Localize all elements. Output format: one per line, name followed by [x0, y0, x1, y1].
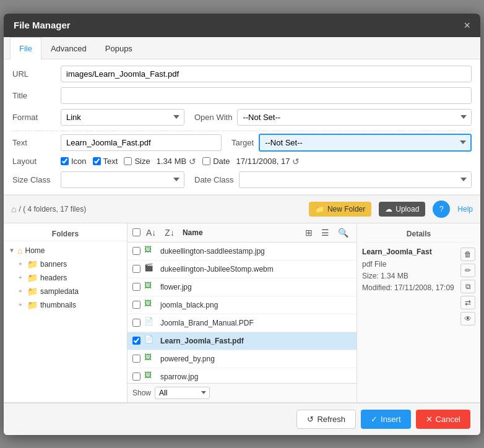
show-label: Show [132, 389, 151, 397]
banners-folder-icon: 📁 [27, 259, 38, 269]
refresh-icon: ↺ [307, 415, 314, 424]
tree-item-home[interactable]: ▼ ⌂ Home [4, 244, 127, 257]
details-info-block: Learn_Joomla_Fast pdf File Size: 1.34 MB… [362, 248, 460, 325]
home-folder-icon: ⌂ [17, 246, 22, 256]
tab-file[interactable]: File [10, 37, 41, 59]
tab-advanced[interactable]: Advanced [41, 37, 96, 59]
list-item[interactable]: 🖼 dukeellington-saddleestamp.jpg [127, 243, 357, 261]
tree-toggle-sampledata: + [19, 288, 25, 295]
tree-item-headers[interactable]: + 📁 headers [14, 271, 127, 285]
grid-view-button[interactable]: ⊞ [302, 226, 316, 239]
name-column-header: Name [180, 228, 300, 237]
tree-label-thumbnails: thumbnails [40, 301, 76, 309]
target-select[interactable]: --Not Set-- _blank _self [259, 134, 472, 152]
upload-button[interactable]: ☁ Upload [379, 202, 425, 217]
list-view-button[interactable]: ☰ [318, 226, 332, 239]
file-type-icon: 📄 [144, 317, 157, 329]
edit-button[interactable]: ✏ [460, 264, 475, 277]
browser-actions: 📁 New Folder ☁ Upload ? Help [309, 200, 473, 218]
folders-header: Folders [4, 227, 127, 241]
checkmark-icon: ✓ [371, 415, 378, 424]
layout-label: Layout [12, 157, 56, 166]
title-input[interactable] [61, 87, 472, 104]
tree-toggle-banners: + [19, 261, 25, 267]
list-item[interactable]: 📄 Joomla_Brand_Manual.PDF [127, 314, 357, 332]
tree-label-headers: headers [40, 274, 67, 282]
details-panel: Details Learn_Joomla_Fast pdf File Size:… [357, 223, 480, 402]
delete-button[interactable]: 🗑 [460, 248, 475, 261]
details-actions: 🗑 ✏ ⧉ ⇄ 👁 [460, 248, 475, 325]
tree-toggle-thumbnails: + [19, 301, 25, 308]
files-toolbar: A↓ Z↓ Name ⊞ ☰ 🔍 [127, 223, 357, 243]
file-type-icon: 🖼 [144, 299, 157, 311]
copy-button[interactable]: ⧉ [460, 280, 475, 293]
layout-icon-checkbox[interactable]: Icon [61, 157, 87, 166]
list-item[interactable]: 🎬 dukeellington-JubileeStomp.webm [127, 261, 357, 278]
select-all-checkbox[interactable] [132, 228, 140, 236]
size-class-label: Size Class [12, 175, 56, 184]
layout-size-checkbox[interactable]: Size [124, 157, 150, 166]
tree-label-banners: banners [40, 260, 67, 269]
text-target-row: Text Target --Not Set-- _blank _self [12, 134, 472, 152]
form-section: URL Title Format Link Image Media Open W… [4, 59, 480, 195]
upload-icon: ☁ [385, 205, 392, 213]
sort-za-button[interactable]: Z↓ [162, 226, 178, 239]
text-label: Text [12, 138, 56, 147]
layout-row: Layout Icon Text Size 1.34 MB ↺ [12, 157, 472, 166]
files-list: 🖼 dukeellington-saddleestamp.jpg 🎬 dukee… [127, 243, 357, 383]
date-value: 17/11/2008, 17 ↺ [236, 157, 300, 166]
tree-item-sampledata[interactable]: + 📁 sampledata [14, 285, 127, 298]
folders-panel: Folders ▼ ⌂ Home + 📁 banners + 📁 headers [4, 223, 127, 402]
move-button[interactable]: ⇄ [460, 296, 475, 309]
url-input[interactable] [61, 66, 472, 82]
list-item[interactable]: 🖼 flower.jpg [127, 278, 357, 296]
title-row: Title [12, 87, 472, 104]
file-type-icon: 🖼 [144, 281, 157, 293]
new-folder-button[interactable]: 📁 New Folder [309, 202, 371, 217]
tree-item-banners[interactable]: + 📁 banners [14, 257, 127, 271]
list-item[interactable]: 🖼 sparrow.jpg [127, 368, 357, 383]
x-icon: ✕ [426, 415, 433, 424]
tree-label-sampledata: sampledata [40, 287, 79, 296]
layout-text-checkbox[interactable]: Text [93, 157, 118, 166]
size-class-row: Size Class Date Class [12, 171, 472, 188]
date-class-label: Date Class [194, 175, 234, 184]
search-button[interactable]: 🔍 [335, 226, 352, 239]
dialog-title: File Manager [14, 20, 71, 30]
layout-date-checkbox[interactable]: Date [202, 157, 230, 166]
help-label[interactable]: Help [457, 205, 473, 213]
files-footer: Show All Images Media Documents [127, 383, 357, 402]
help-button[interactable]: ? [433, 200, 450, 218]
sort-az-button[interactable]: A↓ [143, 226, 159, 239]
refresh-button[interactable]: ↺ Refresh [296, 410, 356, 429]
insert-button[interactable]: ✓ Insert [361, 410, 411, 429]
target-label: Target [231, 138, 254, 147]
dialog-header: File Manager × [4, 14, 480, 37]
tree-toggle-home: ▼ [9, 247, 15, 254]
url-label: URL [12, 69, 56, 79]
url-row: URL [12, 66, 472, 82]
open-with-select[interactable]: --Not Set-- New Window Same Window [237, 109, 472, 126]
open-with-label: Open With [194, 113, 232, 122]
text-input[interactable] [61, 134, 222, 151]
list-item[interactable]: 🖼 powered_by.png [127, 350, 357, 368]
size-refresh-icon[interactable]: ↺ [189, 157, 196, 166]
size-class-select[interactable] [61, 171, 184, 188]
home-icon[interactable]: ⌂ [11, 204, 16, 214]
tree-item-thumbnails[interactable]: + 📁 thumbnails [14, 298, 127, 312]
size-value: 1.34 MB ↺ [157, 157, 196, 166]
dialog-close-button[interactable]: × [464, 20, 470, 31]
date-class-select[interactable] [239, 171, 472, 188]
list-item-selected[interactable]: 📄 Learn_Joomla_Fast.pdf [127, 332, 357, 350]
details-modified: Modified: 17/11/2008, 17:09 [362, 282, 460, 294]
tab-popups[interactable]: Popups [96, 37, 142, 59]
cancel-button[interactable]: ✕ Cancel [416, 410, 470, 429]
details-header: Details [362, 230, 475, 243]
date-refresh-icon[interactable]: ↺ [292, 157, 300, 166]
preview-button[interactable]: 👁 [460, 312, 475, 325]
show-select[interactable]: All Images Media Documents [155, 387, 210, 399]
headers-folder-icon: 📁 [27, 273, 38, 283]
format-row: Format Link Image Media Open With --Not … [12, 109, 472, 126]
list-item[interactable]: 🖼 joomla_black.png [127, 296, 357, 314]
format-select[interactable]: Link Image Media [61, 109, 184, 126]
